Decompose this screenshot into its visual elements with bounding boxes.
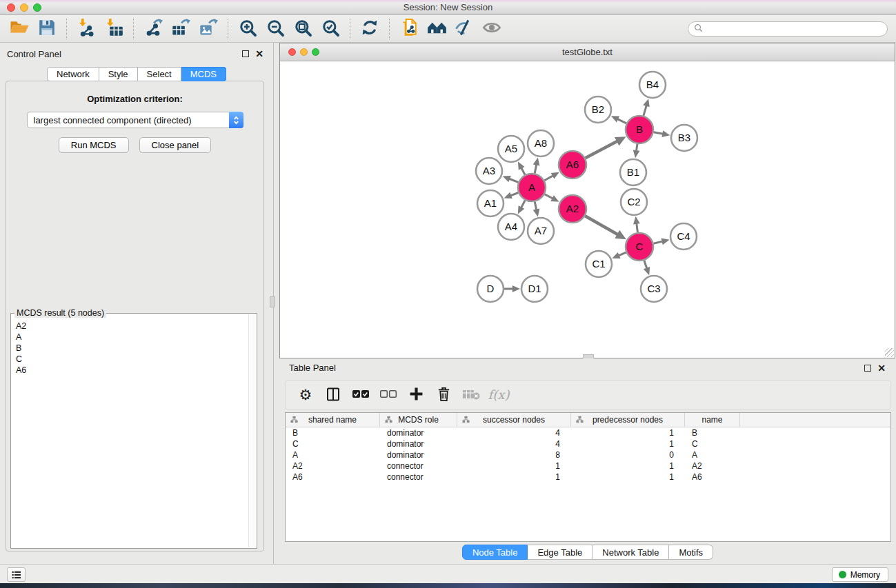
- tab-edge-table[interactable]: Edge Table: [528, 545, 593, 560]
- cell-predecessor-nodes: 1: [571, 427, 685, 438]
- zoom-out-button[interactable]: [261, 17, 289, 41]
- mcds-result-item[interactable]: A2: [16, 321, 248, 332]
- deselect-all-button[interactable]: [377, 384, 400, 406]
- export-image-button[interactable]: [195, 17, 222, 41]
- task-history-button[interactable]: [7, 567, 26, 582]
- tab-mcds[interactable]: MCDS: [181, 67, 226, 81]
- function-builder-button[interactable]: f(x): [487, 384, 510, 406]
- delete-table-button[interactable]: [459, 384, 483, 406]
- close-view-button[interactable]: [288, 48, 296, 56]
- tab-network[interactable]: Network: [47, 67, 99, 81]
- criterion-dropdown[interactable]: largest connected component (directed): [27, 112, 243, 128]
- tab-motifs[interactable]: Motifs: [669, 545, 713, 560]
- graph-node-label: C: [636, 241, 644, 252]
- graph-edge-C-C3[interactable]: [644, 261, 647, 269]
- zoom-fit-button[interactable]: [289, 17, 317, 41]
- show-details-button[interactable]: [478, 17, 506, 41]
- column-header-mcds-role[interactable]: MCDS role: [380, 413, 457, 427]
- table-row[interactable]: A6connector11A6: [286, 472, 890, 483]
- import-network-button[interactable]: [72, 17, 100, 41]
- graph-edge-A2-C[interactable]: [585, 216, 617, 234]
- graph-edge-A6-B[interactable]: [586, 141, 618, 158]
- cell-name: B: [685, 427, 740, 438]
- refresh-view-button[interactable]: [356, 17, 384, 41]
- table-settings-button[interactable]: ⚙︎: [294, 384, 317, 406]
- add-entry-button[interactable]: [404, 384, 428, 406]
- zoom-view-button[interactable]: [312, 48, 319, 56]
- column-pane-button[interactable]: [321, 384, 345, 406]
- import-table-button[interactable]: [100, 17, 128, 41]
- open-session-button[interactable]: [6, 17, 33, 41]
- graph-edge-B-B1[interactable]: [636, 144, 637, 151]
- memory-button[interactable]: Memory: [832, 567, 888, 582]
- export-table-button[interactable]: [167, 17, 195, 41]
- graph-edge-B-B3[interactable]: [654, 132, 664, 134]
- window-resize-grip[interactable]: [885, 348, 894, 357]
- graph-edge-C-C4[interactable]: [653, 241, 662, 243]
- graph-edge-B-B2[interactable]: [617, 119, 626, 123]
- delete-entry-button[interactable]: [432, 384, 455, 406]
- graph-edge-B-B4[interactable]: [644, 105, 646, 116]
- graph-edge-A-A8[interactable]: [535, 165, 537, 174]
- mcds-result-item[interactable]: A6: [16, 365, 248, 376]
- float-panel-icon[interactable]: [242, 50, 249, 57]
- zoom-selected-button[interactable]: [317, 17, 344, 41]
- graph-node-label: B: [636, 123, 643, 135]
- tab-network-table[interactable]: Network Table: [593, 545, 669, 560]
- criterion-dropdown-value: largest connected component (directed): [34, 115, 192, 125]
- zoom-out-icon: [266, 19, 285, 39]
- tab-style[interactable]: Style: [99, 67, 138, 81]
- graph-edge-A-A3[interactable]: [509, 179, 518, 182]
- graph-edge-arrowhead: [512, 285, 520, 292]
- graph-edge-A-A1[interactable]: [510, 193, 518, 196]
- hide-details-button[interactable]: [450, 17, 478, 41]
- cell-mcds-role: connector: [380, 460, 457, 472]
- column-header-shared-name[interactable]: shared name: [286, 413, 380, 427]
- vertical-splitter-handle[interactable]: [270, 296, 275, 307]
- search-input[interactable]: [706, 23, 887, 35]
- network-canvas[interactable]: A5A8A3AA1A4A7A6A2B2B4BB3B1C2CC4C1C3DD1: [280, 62, 895, 358]
- mcds-result-item[interactable]: C: [16, 354, 248, 365]
- mcds-result-box: MCDS result (5 nodes) A2ABCA6: [10, 313, 257, 549]
- graph-edge-A-A5[interactable]: [521, 168, 525, 175]
- graph-edge-A-A2[interactable]: [545, 194, 553, 199]
- table-row[interactable]: Cdominator41C: [286, 438, 890, 449]
- table-row[interactable]: Bdominator41B: [286, 427, 890, 438]
- save-session-button[interactable]: [33, 17, 61, 41]
- minimize-view-button[interactable]: [300, 48, 308, 56]
- graph-edge-A-A7[interactable]: [535, 202, 536, 210]
- search-box[interactable]: [688, 21, 888, 37]
- network-window-title: testGlobe.txt: [562, 47, 613, 57]
- result-scrollbar[interactable]: [248, 314, 256, 547]
- table-row[interactable]: Adominator80A: [286, 449, 890, 460]
- hide-details-icon: [455, 18, 474, 39]
- graph-edge-A-A6[interactable]: [544, 176, 553, 181]
- close-panel-icon[interactable]: ✕: [255, 50, 263, 57]
- graph-edge-C-C1[interactable]: [619, 252, 626, 256]
- column-header-predecessor-nodes[interactable]: predecessor nodes: [571, 413, 685, 427]
- tab-select[interactable]: Select: [138, 67, 181, 81]
- mcds-result-list: A2ABCA6: [12, 319, 248, 547]
- mcds-result-item[interactable]: B: [16, 343, 248, 354]
- mcds-result-item[interactable]: A: [16, 332, 248, 343]
- column-header-name[interactable]: name: [685, 413, 740, 427]
- zoom-in-button[interactable]: [234, 17, 261, 41]
- table-row[interactable]: A2connector11A2: [286, 460, 890, 472]
- export-image-icon: [199, 18, 218, 39]
- close-panel-button[interactable]: Close panel: [139, 137, 212, 153]
- tab-node-table[interactable]: Node Table: [462, 545, 528, 560]
- close-table-panel-icon[interactable]: ✕: [877, 365, 886, 372]
- create-view-button[interactable]: [423, 17, 450, 41]
- float-table-panel-icon[interactable]: [864, 365, 871, 372]
- graph-edge-A-A4[interactable]: [521, 201, 526, 208]
- cell-shared-name: A2: [286, 460, 380, 472]
- network-from-file-button[interactable]: [395, 17, 423, 41]
- column-header-successor-nodes[interactable]: successor nodes: [457, 413, 571, 427]
- table-tabs: Node TableEdge TableNetwork TableMotifs: [279, 545, 896, 560]
- toolbar-separator: [133, 19, 134, 39]
- dropdown-stepper-icon: [229, 112, 243, 128]
- graph-edge-C-C2[interactable]: [637, 223, 638, 232]
- select-all-button[interactable]: [349, 384, 372, 406]
- export-network-button[interactable]: [139, 17, 167, 41]
- run-mcds-button[interactable]: Run MCDS: [59, 137, 129, 153]
